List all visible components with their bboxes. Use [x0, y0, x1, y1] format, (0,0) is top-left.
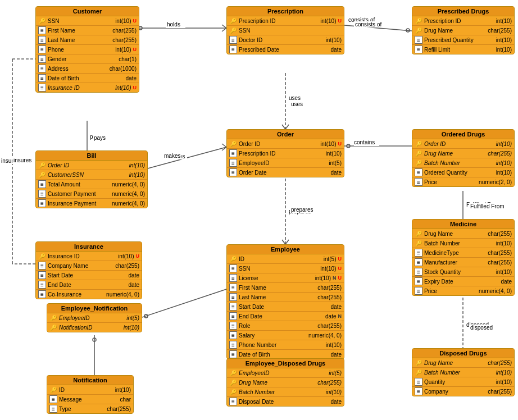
svg-rect-21 — [288, 94, 302, 101]
field-icon: ≡ — [38, 271, 46, 279]
label-holds: holds — [166, 21, 181, 28]
customer-row-gender: ≡ Gender char(1) — [36, 54, 139, 64]
field-icon: ≡ — [229, 350, 237, 358]
key-icon: 🔑 — [38, 171, 46, 179]
emp-row-license: ≡ License int(10) N U — [227, 273, 344, 283]
key-icon: 🔑 — [415, 159, 422, 167]
entity-bill: Bill 🔑 Order ID int(10) 🔑 CustomerSSN in… — [35, 150, 148, 208]
field-icon: ≡ — [415, 178, 422, 186]
field-icon: ≡ — [229, 293, 237, 301]
label-makes: makes — [163, 153, 181, 159]
field-icon: ≡ — [415, 258, 422, 266]
label-insures: insures — [12, 157, 33, 163]
key-icon: 🔑 — [415, 149, 422, 157]
field-icon: ≡ — [229, 303, 237, 311]
key-icon: 🔑 — [49, 314, 57, 322]
label-disposed: disposed — [469, 325, 494, 331]
key-icon: 🔑 — [229, 388, 237, 396]
emp-row-ssn: ≡ SSN int(10) U — [227, 264, 344, 273]
svg-line-33 — [282, 240, 285, 244]
od-row-batchnum: 🔑 Batch Number int(10) — [412, 158, 514, 168]
field-icon: ≡ — [415, 168, 422, 176]
svg-text:uses: uses — [289, 95, 301, 101]
dd-row-batchnum: 🔑 Batch Number int(10) — [412, 368, 514, 377]
ed-row-drugname: 🔑 Drug Name char(255) — [227, 378, 344, 387]
entity-notification: Notification 🔑 ID int(10) ≡ Message char… — [47, 375, 134, 414]
med-row-price: ≡ Price numeric(4, 0) — [412, 286, 514, 295]
field-icon: ≡ — [229, 168, 237, 176]
field-icon: ≡ — [38, 84, 46, 92]
ed-row-dispdate: ≡ Disposal Date date — [227, 397, 344, 406]
entity-bill-title: Bill — [36, 151, 147, 161]
entity-prescription: Prescription 🔑 Prescription ID int(10) U… — [226, 6, 344, 54]
key-icon: 🔑 — [229, 140, 237, 148]
canvas: holdsconsists ofpaysmakesusescontainsFul… — [0, 0, 518, 420]
ed-row-empid: 🔑 EmployeeID int(5) — [227, 368, 344, 378]
field-icon: ≡ — [229, 398, 237, 405]
order-row-date: ≡ Order Date date — [227, 168, 344, 177]
svg-line-15 — [222, 147, 226, 150]
entity-ordered-drugs-title: Ordered Drugs — [412, 130, 514, 139]
entity-employee: Employee 🔑 ID int(5) U ≡ SSN int(10) U ≡… — [226, 244, 344, 359]
med-row-stock: ≡ Stock Quantity int(10) — [412, 267, 514, 277]
pd-row-refill: ≡ Refill Limit int(10) — [412, 45, 514, 54]
customer-row-phone: ≡ Phone int(10) U — [36, 45, 139, 54]
field-icon: ≡ — [229, 36, 237, 44]
svg-point-7 — [406, 29, 410, 32]
field-icon: ≡ — [38, 180, 46, 188]
field-icon: ≡ — [38, 199, 46, 207]
bill-row-customerssn: 🔑 CustomerSSN int(10) — [36, 170, 147, 180]
entity-prescribed-drugs-title: Prescribed Drugs — [412, 7, 514, 16]
svg-line-3 — [222, 28, 226, 31]
od-row-drugname: 🔑 Drug Name char(255) — [412, 149, 514, 158]
field-icon: ≡ — [229, 322, 237, 330]
dd-row-drugname: 🔑 Drug Name char(255) — [412, 358, 514, 368]
ins-row-end: ≡ End Date date — [36, 280, 142, 290]
key-icon: 🔑 — [38, 161, 46, 169]
field-icon: ≡ — [415, 387, 422, 395]
bill-row-inspay: ≡ Insurance Payment numeric(4, 0) — [36, 199, 147, 208]
customer-row-insuranceid: ≡ Insurance ID int(10) U — [36, 83, 139, 92]
bill-row-custpay: ≡ Customer Payment numeric(4, 0) — [36, 189, 147, 199]
med-row-expiry: ≡ Expiry Date date — [412, 277, 514, 286]
field-icon: ≡ — [38, 190, 46, 198]
ins-row-coins: ≡ Co-Insurance numeric(4, 0) — [36, 290, 142, 299]
entity-insurance-title: Insurance — [36, 242, 142, 252]
field-icon: ≡ — [38, 65, 46, 72]
field-icon: ≡ — [229, 264, 237, 272]
svg-line-34 — [285, 240, 289, 244]
entity-insurance: Insurance 🔑 Insurance ID int(10) U ≡ Com… — [35, 241, 142, 299]
field-icon: ≡ — [229, 159, 237, 167]
order-row-employeeid: ≡ EmployeeID int(5) — [227, 158, 344, 168]
entity-emp-notification-title: Employee_Notification — [47, 304, 142, 313]
entity-prescription-title: Prescription — [227, 7, 344, 16]
field-icon: ≡ — [38, 45, 46, 53]
field-icon: ≡ — [38, 74, 46, 82]
med-row-batchnum: 🔑 Batch Number int(10) — [412, 239, 514, 248]
key-icon-ssn: 🔑 — [38, 17, 46, 25]
notif-row-id: 🔑 ID int(10) — [47, 385, 133, 395]
en-row-empid: 🔑 EmployeeID int(5) — [47, 313, 142, 323]
emp-row-firstname: ≡ First Name char(255) — [227, 283, 344, 293]
key-icon: 🔑 — [229, 17, 237, 25]
order-row-id: 🔑 Order ID int(10) U — [227, 139, 344, 149]
field-icon: ≡ — [415, 268, 422, 276]
field-icon: ≡ — [229, 331, 237, 339]
customer-row-lastname: ≡ Last Name char(255) — [36, 35, 139, 45]
entity-disposed-drugs: Disposed Drugs 🔑 Drug Name char(255) 🔑 B… — [412, 348, 515, 396]
emp-row-lastname: ≡ Last Name char(255) — [227, 293, 344, 302]
field-icon: ≡ — [38, 26, 46, 34]
svg-line-19 — [282, 125, 285, 129]
customer-row-ssn: 🔑 SSN int(10) U — [36, 16, 139, 26]
key-icon: 🔑 — [229, 26, 237, 34]
svg-line-2 — [222, 25, 226, 28]
field-icon: ≡ — [229, 149, 237, 157]
order-row-prescriptionid: ≡ Prescription ID int(10) — [227, 149, 344, 158]
od-row-orderid: 🔑 Order ID int(10) — [412, 139, 514, 149]
en-row-notifid: 🔑 NotificationID int(10) — [47, 323, 142, 332]
field-icon: ≡ — [415, 287, 422, 295]
notif-row-type: ≡ Type char(255) — [47, 404, 133, 413]
pd-row-prescriptionid: 🔑 Prescription ID int(10) — [412, 16, 514, 26]
label-pays: pays — [93, 135, 107, 141]
pd-row-quantity: ≡ Prescribed Quantity int(10) — [412, 35, 514, 45]
